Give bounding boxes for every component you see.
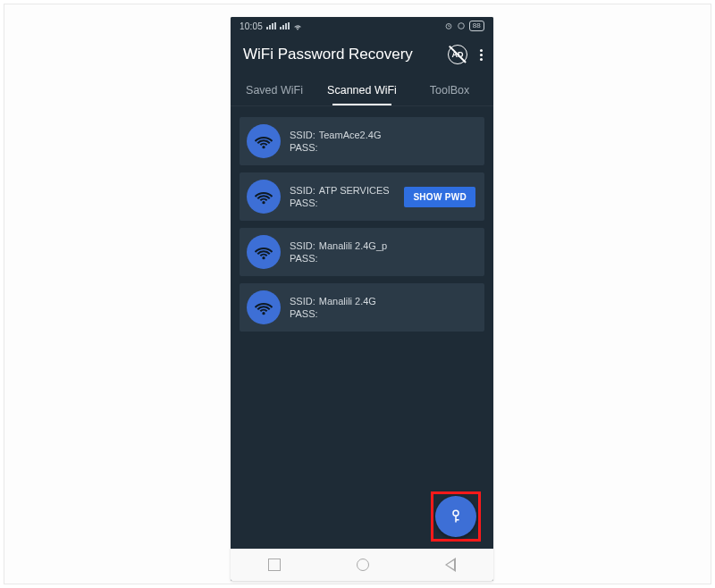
wifi-status-icon [293,21,302,30]
wifi-row[interactable]: SSID:TeamAce2.4G PASS: [240,117,484,165]
page-frame: 10:05 88 WiFi Password Recovery AD [4,4,711,584]
wifi-icon [247,180,281,214]
show-password-button[interactable]: SHOW PWD [404,187,475,207]
tab-toolbox[interactable]: ToolBox [406,74,493,105]
home-button[interactable] [357,559,369,571]
wifi-icon [247,235,281,269]
wifi-row-text: SSID:ATP SERVICES PASS: [290,184,395,209]
tab-label: ToolBox [430,84,469,97]
wifi-row[interactable]: SSID:Manalili 2.4G PASS: [240,283,484,332]
ssid-value: Manalili 2.4G_p [319,239,387,252]
key-icon [448,508,464,525]
signal-icon [266,22,276,29]
wifi-list: SSID:TeamAce2.4G PASS: SSID:ATP SERVICES… [231,106,493,342]
ssid-label: SSID: [290,239,315,252]
signal-icon-2 [280,22,290,29]
svg-point-2 [453,510,458,516]
ssid-value: Manalili 2.4G [319,295,376,307]
wifi-icon [247,290,281,324]
no-ads-icon[interactable]: AD [448,45,467,64]
android-nav-bar [231,549,493,581]
wifi-row-text: SSID:Manalili 2.4G PASS: [290,295,475,320]
wifi-icon [247,124,281,158]
ssid-label: SSID: [290,129,315,141]
ssid-label: SSID: [290,184,315,197]
recent-apps-button[interactable] [268,559,281,571]
pass-label: PASS: [290,141,318,154]
status-bar: 10:05 88 [231,17,493,35]
tab-scanned-wifi[interactable]: Scanned WiFi [318,74,406,105]
alarm-icon [444,21,453,30]
wifi-row-text: SSID:Manalili 2.4G_p PASS: [290,239,475,265]
ad-label: AD [452,50,464,59]
tab-label: Scanned WiFi [327,84,397,97]
wifi-row[interactable]: SSID:ATP SERVICES PASS: SHOW PWD [240,172,484,221]
svg-point-1 [458,23,464,29]
wifi-row-text: SSID:TeamAce2.4G PASS: [290,129,475,154]
battery-indicator: 88 [469,21,484,31]
ssid-value: ATP SERVICES [319,184,390,197]
status-time: 10:05 [240,21,263,31]
ssid-value: TeamAce2.4G [319,129,382,141]
pass-label: PASS: [290,252,318,265]
back-button[interactable] [445,558,456,572]
app-header: WiFi Password Recovery AD [231,35,493,74]
key-fab-button[interactable] [435,496,476,537]
wifi-row[interactable]: SSID:Manalili 2.4G_p PASS: [240,228,484,276]
app-title: WiFi Password Recovery [243,46,448,63]
pass-label: PASS: [290,307,318,320]
tab-bar: Saved WiFi Scanned WiFi ToolBox [231,74,493,106]
tab-saved-wifi[interactable]: Saved WiFi [231,74,318,105]
pass-label: PASS: [290,197,318,209]
dnd-icon [457,21,466,30]
tab-label: Saved WiFi [246,84,303,97]
ssid-label: SSID: [290,295,315,307]
phone-screen: 10:05 88 WiFi Password Recovery AD [231,17,493,581]
more-menu-icon[interactable] [478,46,484,64]
